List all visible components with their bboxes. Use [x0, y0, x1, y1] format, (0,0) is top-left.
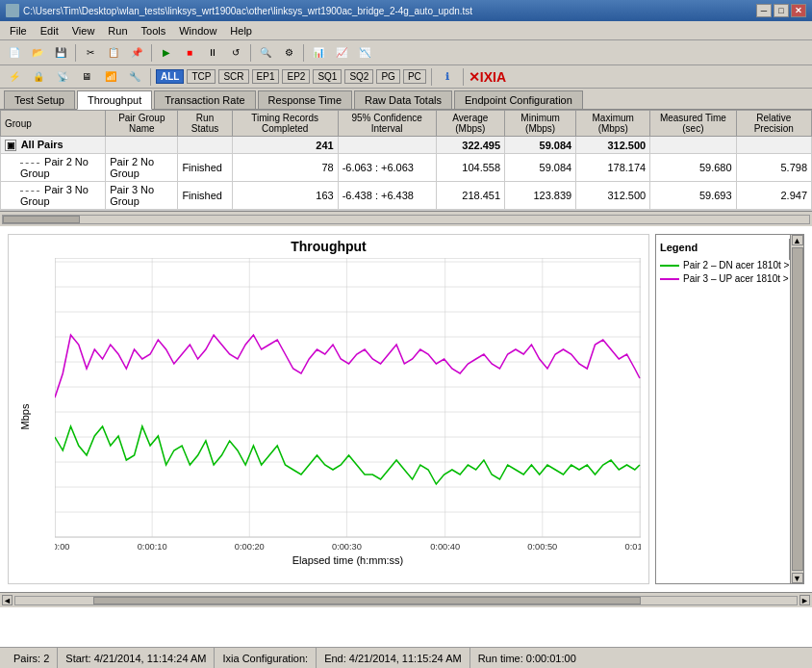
close-button[interactable]: ✕	[791, 4, 806, 17]
scroll-right-btn[interactable]: ►	[799, 595, 810, 605]
tree-line	[20, 191, 39, 192]
cell-time: 59.693	[650, 182, 736, 210]
scroll-left-btn[interactable]: ◄	[2, 595, 13, 605]
sep5	[150, 68, 151, 86]
pg-button[interactable]: PG	[376, 69, 399, 84]
tb-btn2[interactable]: 📈	[331, 43, 352, 63]
toolbar-2: ⚡ 🔒 📡 🖥 📶 🔧 ALL TCP SCR EP1 EP2 SQ1 SQ2 …	[0, 65, 812, 89]
col-run-status: Run Status	[178, 111, 232, 137]
tab-raw-data[interactable]: Raw Data Totals	[354, 90, 452, 109]
legend-scroll-down[interactable]: ▼	[792, 573, 803, 583]
pause-btn[interactable]: ⏸	[202, 43, 223, 63]
tcp-button[interactable]: TCP	[187, 69, 216, 84]
tab-transaction-rate[interactable]: Transaction Rate	[154, 90, 255, 109]
menu-help[interactable]: Help	[224, 23, 258, 39]
chart-area: Throughput Mbps	[8, 234, 649, 584]
menu-file[interactable]: File	[4, 23, 33, 39]
cell-pair-name: Pair 3 No Group	[106, 182, 178, 210]
menu-edit[interactable]: Edit	[35, 23, 64, 39]
minimize-button[interactable]: ─	[756, 4, 772, 17]
tb2-btn1[interactable]: ⚡	[4, 67, 25, 87]
svg-text:0:00:40: 0:00:40	[430, 542, 460, 552]
cell-confidence	[338, 137, 436, 154]
results-table: Group Pair Group Name Run Status Timing …	[0, 110, 812, 210]
tb2-btn2[interactable]: 🔒	[28, 67, 49, 87]
cell-pair-label: Pair 2 No Group	[20, 156, 89, 179]
sq1-button[interactable]: SQ1	[313, 69, 342, 84]
menu-view[interactable]: View	[66, 23, 101, 39]
cell-confidence: -6.438 : +6.438	[338, 182, 436, 210]
tab-test-setup[interactable]: Test Setup	[4, 90, 75, 109]
maximize-button[interactable]: □	[774, 4, 789, 17]
table-row: ▣ All Pairs 241 322.495 59.084 312.500	[1, 137, 812, 154]
status-runtime: Run time: 0:00:01:00	[470, 648, 584, 668]
chart-title: Throughput	[9, 235, 648, 254]
tb2-btn5[interactable]: 📶	[100, 67, 121, 87]
cell-group: Pair 2 No Group	[1, 154, 106, 182]
zoom-btn[interactable]: 🔍	[255, 43, 276, 63]
col-group: Group	[1, 111, 106, 137]
open-btn[interactable]: 📂	[27, 43, 48, 63]
config-btn[interactable]: ⚙	[278, 43, 299, 63]
expand-icon[interactable]: ▣	[5, 140, 16, 151]
cell-pair-name: Pair 2 No Group	[106, 154, 178, 182]
status-ixia: Ixia Configuration:	[215, 648, 317, 668]
cut-btn[interactable]: ✂	[80, 43, 101, 63]
chart-h-scrollbar[interactable]: ◄ ►	[0, 592, 812, 607]
cell-maximum: 312.500	[576, 182, 650, 210]
copy-btn[interactable]: 📋	[103, 43, 124, 63]
h-scrollbar[interactable]	[0, 211, 812, 226]
end-label: End: 4/21/2014, 11:15:24 AM	[324, 653, 462, 664]
sep2	[151, 44, 152, 62]
refresh-btn[interactable]: ↺	[225, 43, 246, 63]
menu-run[interactable]: Run	[102, 23, 133, 39]
tb2-btn3[interactable]: 📡	[52, 67, 73, 87]
legend-color-pair3	[660, 278, 679, 280]
menu-tools[interactable]: Tools	[136, 23, 172, 39]
tb2-btn6[interactable]: 🔧	[124, 67, 145, 87]
ep2-button[interactable]: EP2	[282, 69, 310, 84]
menu-window[interactable]: Window	[173, 23, 222, 39]
tab-response-time[interactable]: Response Time	[258, 90, 352, 109]
pc-button[interactable]: PC	[403, 69, 426, 84]
sep3	[250, 44, 251, 62]
cell-status: Finished	[178, 154, 232, 182]
tb2-btn4[interactable]: 🖥	[76, 67, 97, 87]
legend-item-pair3[interactable]: Pair 3 – UP acer 1810t >	[660, 273, 799, 284]
cell-confidence: -6.063 : +6.063	[338, 154, 436, 182]
title-text: C:\Users\Tim\Desktop\wlan_tests\linksys_…	[23, 6, 472, 16]
y-axis-label: Mbps	[19, 404, 31, 430]
legend-scroll-up[interactable]: ▲	[792, 235, 803, 245]
cell-records: 78	[232, 154, 338, 182]
svg-text:0:00:50: 0:00:50	[527, 542, 557, 552]
cell-maximum: 178.174	[576, 154, 650, 182]
tab-throughput[interactable]: Throughput	[77, 90, 152, 110]
scr-button[interactable]: SCR	[218, 69, 248, 84]
col-pair-name: Pair Group Name	[106, 111, 178, 137]
sq2-button[interactable]: SQ2	[344, 69, 373, 84]
info-btn[interactable]: ℹ	[437, 67, 458, 87]
cell-status	[178, 137, 232, 154]
legend-item-pair2[interactable]: Pair 2 – DN acer 1810t >	[660, 260, 799, 270]
tb-btn1[interactable]: 📊	[308, 43, 329, 63]
sep1	[75, 44, 76, 62]
cell-name	[106, 137, 178, 154]
tb-btn3[interactable]: 📉	[354, 43, 375, 63]
ep1-button[interactable]: EP1	[252, 69, 280, 84]
new-btn[interactable]: 📄	[4, 43, 25, 63]
cell-average: 104.558	[436, 154, 504, 182]
data-table-container[interactable]: Group Pair Group Name Run Status Timing …	[0, 110, 812, 211]
run-btn[interactable]: ▶	[156, 43, 177, 63]
table-row: Pair 3 No Group Pair 3 No Group Finished…	[1, 182, 812, 210]
col-maximum: Maximum (Mbps)	[576, 111, 650, 137]
svg-text:0:00:10: 0:00:10	[138, 542, 167, 552]
cell-group: ▣ All Pairs	[1, 137, 106, 154]
tab-endpoint-config[interactable]: Endpoint Configuration	[454, 90, 583, 109]
paste-btn[interactable]: 📌	[126, 43, 147, 63]
stop-btn[interactable]: ■	[179, 43, 200, 63]
tab-bar: Test Setup Throughput Transaction Rate R…	[0, 89, 812, 110]
all-button[interactable]: ALL	[156, 69, 184, 84]
cell-minimum: 59.084	[505, 137, 576, 154]
cell-pair-label: Pair 3 No Group	[20, 184, 89, 207]
save-btn[interactable]: 💾	[50, 43, 71, 63]
